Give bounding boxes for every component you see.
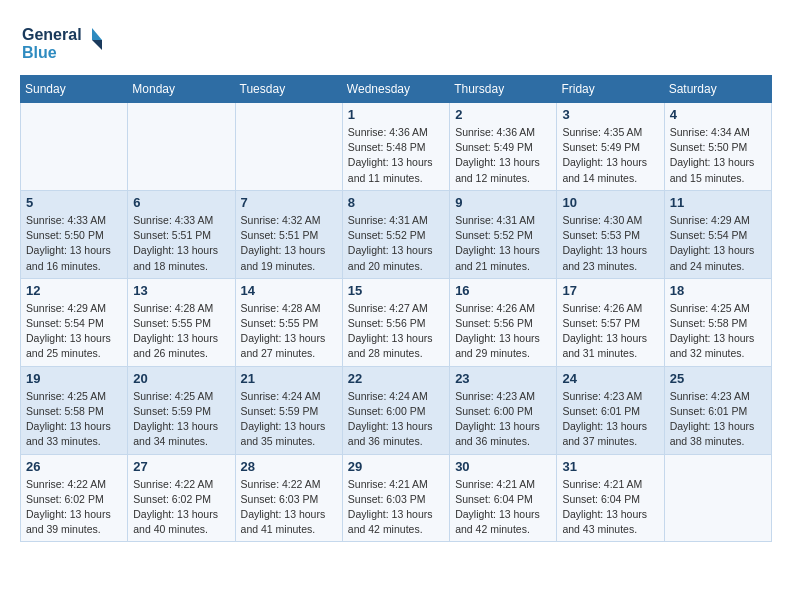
day-info: Sunrise: 4:28 AM Sunset: 5:55 PM Dayligh… bbox=[241, 301, 337, 362]
calendar-week-row: 1Sunrise: 4:36 AM Sunset: 5:48 PM Daylig… bbox=[21, 103, 772, 191]
day-info: Sunrise: 4:25 AM Sunset: 5:58 PM Dayligh… bbox=[26, 389, 122, 450]
day-number: 11 bbox=[670, 195, 766, 210]
day-number: 20 bbox=[133, 371, 229, 386]
header-saturday: Saturday bbox=[664, 76, 771, 103]
header-thursday: Thursday bbox=[450, 76, 557, 103]
calendar-cell: 16Sunrise: 4:26 AM Sunset: 5:56 PM Dayli… bbox=[450, 278, 557, 366]
day-number: 12 bbox=[26, 283, 122, 298]
day-info: Sunrise: 4:24 AM Sunset: 6:00 PM Dayligh… bbox=[348, 389, 444, 450]
day-info: Sunrise: 4:30 AM Sunset: 5:53 PM Dayligh… bbox=[562, 213, 658, 274]
day-number: 1 bbox=[348, 107, 444, 122]
calendar-body: 1Sunrise: 4:36 AM Sunset: 5:48 PM Daylig… bbox=[21, 103, 772, 542]
day-info: Sunrise: 4:33 AM Sunset: 5:50 PM Dayligh… bbox=[26, 213, 122, 274]
svg-marker-3 bbox=[92, 40, 102, 50]
day-number: 24 bbox=[562, 371, 658, 386]
day-info: Sunrise: 4:36 AM Sunset: 5:49 PM Dayligh… bbox=[455, 125, 551, 186]
calendar-cell: 24Sunrise: 4:23 AM Sunset: 6:01 PM Dayli… bbox=[557, 366, 664, 454]
day-number: 29 bbox=[348, 459, 444, 474]
day-info: Sunrise: 4:25 AM Sunset: 5:58 PM Dayligh… bbox=[670, 301, 766, 362]
day-number: 2 bbox=[455, 107, 551, 122]
calendar-week-row: 19Sunrise: 4:25 AM Sunset: 5:58 PM Dayli… bbox=[21, 366, 772, 454]
calendar-cell: 12Sunrise: 4:29 AM Sunset: 5:54 PM Dayli… bbox=[21, 278, 128, 366]
day-info: Sunrise: 4:31 AM Sunset: 5:52 PM Dayligh… bbox=[348, 213, 444, 274]
calendar-cell: 19Sunrise: 4:25 AM Sunset: 5:58 PM Dayli… bbox=[21, 366, 128, 454]
day-info: Sunrise: 4:23 AM Sunset: 6:01 PM Dayligh… bbox=[670, 389, 766, 450]
day-number: 5 bbox=[26, 195, 122, 210]
calendar-cell: 10Sunrise: 4:30 AM Sunset: 5:53 PM Dayli… bbox=[557, 190, 664, 278]
day-info: Sunrise: 4:25 AM Sunset: 5:59 PM Dayligh… bbox=[133, 389, 229, 450]
calendar-cell: 18Sunrise: 4:25 AM Sunset: 5:58 PM Dayli… bbox=[664, 278, 771, 366]
day-number: 6 bbox=[133, 195, 229, 210]
header-monday: Monday bbox=[128, 76, 235, 103]
day-info: Sunrise: 4:34 AM Sunset: 5:50 PM Dayligh… bbox=[670, 125, 766, 186]
day-info: Sunrise: 4:28 AM Sunset: 5:55 PM Dayligh… bbox=[133, 301, 229, 362]
day-number: 26 bbox=[26, 459, 122, 474]
calendar-cell: 14Sunrise: 4:28 AM Sunset: 5:55 PM Dayli… bbox=[235, 278, 342, 366]
calendar-cell: 9Sunrise: 4:31 AM Sunset: 5:52 PM Daylig… bbox=[450, 190, 557, 278]
calendar-cell: 25Sunrise: 4:23 AM Sunset: 6:01 PM Dayli… bbox=[664, 366, 771, 454]
calendar-week-row: 12Sunrise: 4:29 AM Sunset: 5:54 PM Dayli… bbox=[21, 278, 772, 366]
day-info: Sunrise: 4:22 AM Sunset: 6:02 PM Dayligh… bbox=[133, 477, 229, 538]
calendar-cell: 23Sunrise: 4:23 AM Sunset: 6:00 PM Dayli… bbox=[450, 366, 557, 454]
calendar-cell bbox=[664, 454, 771, 542]
day-number: 22 bbox=[348, 371, 444, 386]
calendar-cell bbox=[21, 103, 128, 191]
calendar-cell bbox=[235, 103, 342, 191]
calendar-cell: 15Sunrise: 4:27 AM Sunset: 5:56 PM Dayli… bbox=[342, 278, 449, 366]
day-info: Sunrise: 4:21 AM Sunset: 6:03 PM Dayligh… bbox=[348, 477, 444, 538]
calendar-cell: 27Sunrise: 4:22 AM Sunset: 6:02 PM Dayli… bbox=[128, 454, 235, 542]
calendar-table: Sunday Monday Tuesday Wednesday Thursday… bbox=[20, 75, 772, 542]
calendar-cell: 11Sunrise: 4:29 AM Sunset: 5:54 PM Dayli… bbox=[664, 190, 771, 278]
day-info: Sunrise: 4:27 AM Sunset: 5:56 PM Dayligh… bbox=[348, 301, 444, 362]
day-number: 18 bbox=[670, 283, 766, 298]
day-number: 10 bbox=[562, 195, 658, 210]
day-info: Sunrise: 4:33 AM Sunset: 5:51 PM Dayligh… bbox=[133, 213, 229, 274]
header-sunday: Sunday bbox=[21, 76, 128, 103]
header-friday: Friday bbox=[557, 76, 664, 103]
calendar-cell: 2Sunrise: 4:36 AM Sunset: 5:49 PM Daylig… bbox=[450, 103, 557, 191]
calendar-cell: 6Sunrise: 4:33 AM Sunset: 5:51 PM Daylig… bbox=[128, 190, 235, 278]
calendar-cell: 7Sunrise: 4:32 AM Sunset: 5:51 PM Daylig… bbox=[235, 190, 342, 278]
calendar-cell: 22Sunrise: 4:24 AM Sunset: 6:00 PM Dayli… bbox=[342, 366, 449, 454]
calendar-cell: 8Sunrise: 4:31 AM Sunset: 5:52 PM Daylig… bbox=[342, 190, 449, 278]
calendar-cell: 3Sunrise: 4:35 AM Sunset: 5:49 PM Daylig… bbox=[557, 103, 664, 191]
day-number: 14 bbox=[241, 283, 337, 298]
header-wednesday: Wednesday bbox=[342, 76, 449, 103]
page-header: General Blue bbox=[20, 20, 772, 65]
day-number: 21 bbox=[241, 371, 337, 386]
day-number: 16 bbox=[455, 283, 551, 298]
calendar-cell: 5Sunrise: 4:33 AM Sunset: 5:50 PM Daylig… bbox=[21, 190, 128, 278]
day-info: Sunrise: 4:21 AM Sunset: 6:04 PM Dayligh… bbox=[562, 477, 658, 538]
calendar-header-row: Sunday Monday Tuesday Wednesday Thursday… bbox=[21, 76, 772, 103]
calendar-cell: 28Sunrise: 4:22 AM Sunset: 6:03 PM Dayli… bbox=[235, 454, 342, 542]
calendar-cell: 21Sunrise: 4:24 AM Sunset: 5:59 PM Dayli… bbox=[235, 366, 342, 454]
day-number: 15 bbox=[348, 283, 444, 298]
svg-marker-2 bbox=[92, 28, 102, 40]
day-number: 30 bbox=[455, 459, 551, 474]
calendar-cell: 31Sunrise: 4:21 AM Sunset: 6:04 PM Dayli… bbox=[557, 454, 664, 542]
svg-text:General: General bbox=[22, 26, 82, 43]
calendar-cell: 29Sunrise: 4:21 AM Sunset: 6:03 PM Dayli… bbox=[342, 454, 449, 542]
day-number: 23 bbox=[455, 371, 551, 386]
day-number: 8 bbox=[348, 195, 444, 210]
header-tuesday: Tuesday bbox=[235, 76, 342, 103]
day-info: Sunrise: 4:32 AM Sunset: 5:51 PM Dayligh… bbox=[241, 213, 337, 274]
day-number: 17 bbox=[562, 283, 658, 298]
logo: General Blue bbox=[20, 20, 110, 65]
logo-icon: General Blue bbox=[20, 20, 110, 65]
day-info: Sunrise: 4:35 AM Sunset: 5:49 PM Dayligh… bbox=[562, 125, 658, 186]
day-info: Sunrise: 4:36 AM Sunset: 5:48 PM Dayligh… bbox=[348, 125, 444, 186]
calendar-cell: 20Sunrise: 4:25 AM Sunset: 5:59 PM Dayli… bbox=[128, 366, 235, 454]
day-info: Sunrise: 4:23 AM Sunset: 6:00 PM Dayligh… bbox=[455, 389, 551, 450]
svg-text:Blue: Blue bbox=[22, 44, 57, 61]
day-info: Sunrise: 4:21 AM Sunset: 6:04 PM Dayligh… bbox=[455, 477, 551, 538]
day-number: 13 bbox=[133, 283, 229, 298]
calendar-cell: 30Sunrise: 4:21 AM Sunset: 6:04 PM Dayli… bbox=[450, 454, 557, 542]
calendar-cell: 13Sunrise: 4:28 AM Sunset: 5:55 PM Dayli… bbox=[128, 278, 235, 366]
calendar-cell: 4Sunrise: 4:34 AM Sunset: 5:50 PM Daylig… bbox=[664, 103, 771, 191]
day-info: Sunrise: 4:26 AM Sunset: 5:57 PM Dayligh… bbox=[562, 301, 658, 362]
day-number: 28 bbox=[241, 459, 337, 474]
day-number: 27 bbox=[133, 459, 229, 474]
day-info: Sunrise: 4:24 AM Sunset: 5:59 PM Dayligh… bbox=[241, 389, 337, 450]
day-info: Sunrise: 4:31 AM Sunset: 5:52 PM Dayligh… bbox=[455, 213, 551, 274]
